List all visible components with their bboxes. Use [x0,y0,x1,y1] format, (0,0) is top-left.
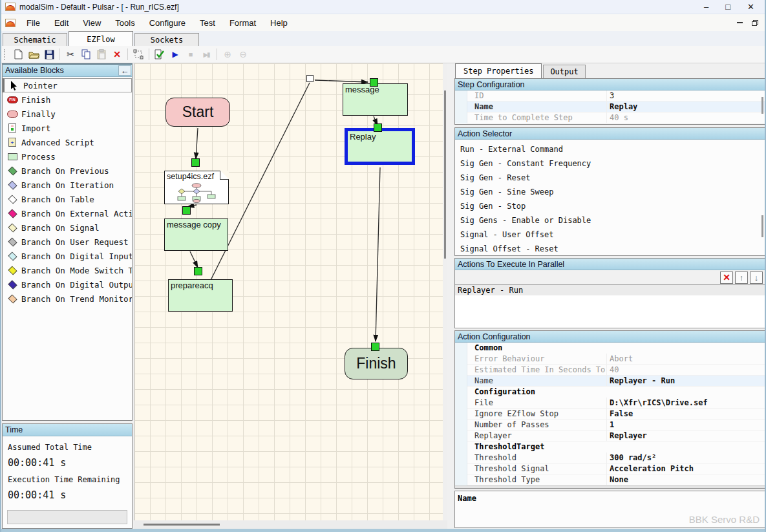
mdi-restore-icon[interactable] [752,20,758,26]
canvas-vertical-scrollbar-thumb[interactable] [444,90,446,259]
execution-progress-bar [7,510,127,524]
action-option-signal-offset-reset[interactable]: Signal Offset - Reset [455,242,765,256]
block-item-import[interactable]: Import [3,121,132,135]
toolbar-grip [4,49,6,60]
node-message-copy[interactable]: message copy [164,218,228,251]
block-item-branch-on-table[interactable]: Branch On Table [3,192,132,206]
open-file-icon[interactable] [26,48,41,61]
node-prepareacq[interactable]: prepareacq [168,279,233,312]
branch-external-action-diamond-icon [6,210,19,217]
name-box-label: Name [455,491,765,503]
new-file-icon[interactable] [10,48,26,61]
block-item-finish[interactable]: FIN Finish [3,92,132,107]
block-item-process[interactable]: Process [3,149,132,164]
category-threshold-target[interactable]: ∨ ThresholdTarget [455,442,765,452]
parallel-action-replayer-run[interactable]: Replayer - Run [455,285,765,295]
action-option-run-external-command[interactable]: Run - External Command [455,142,765,156]
paste-icon[interactable] [94,48,109,61]
node-start[interactable]: Start [165,98,230,127]
move-action-up-button[interactable]: ↑ [735,271,748,284]
branch-signal-diamond-icon [6,224,19,231]
menu-file[interactable]: File [19,16,47,30]
stop-icon[interactable]: ■ [183,48,198,61]
block-item-branch-on-mode-switch-trigger[interactable]: Branch On Mode Switch Trigger [3,263,132,277]
connector-prepareacq[interactable] [194,267,202,275]
menu-test[interactable]: Test [193,16,222,30]
canvas-horizontal-scrollbar-thumb[interactable] [144,524,220,526]
property-row-file: File D:\Xfr\rICS\Drive.sef [455,398,765,409]
node-replay-selected[interactable]: Replay [345,128,415,165]
connector-message[interactable] [370,78,378,87]
category-configuration[interactable]: ∨ Configuration [455,387,765,398]
block-item-advanced-script[interactable]: + Advanced Script [3,135,132,149]
action-option-siggen-sine-sweep[interactable]: Sig Gen - Sine Sweep [455,185,765,199]
step-config-scrollbar-thumb[interactable] [761,97,763,114]
connector-message-copy[interactable] [182,206,191,215]
block-item-branch-on-iteration[interactable]: Branch On Iteration [3,178,132,192]
parallel-actions-toolbar: ✕ ↑ ↓ [455,270,765,285]
node-finish[interactable]: Finish [345,348,408,379]
menu-tools[interactable]: Tools [108,16,142,30]
tab-ezflow[interactable]: EZFlow [69,31,133,46]
move-action-down-button[interactable]: ↓ [750,271,763,284]
tab-sockets[interactable]: Sockets [134,33,199,46]
panel-splitter[interactable] [447,63,454,529]
property-row-number-of-passes: Number of Passes 1 [455,420,765,431]
minimize-button[interactable]: – [704,1,708,14]
collapse-panel-button[interactable]: ← [118,65,131,76]
action-option-siggens-enable-disable[interactable]: Sig Gens - Enable or Disable [455,213,765,228]
action-configuration-footer [455,485,765,488]
step-icon[interactable]: ▶▮ [198,48,214,61]
action-option-siggen-reset[interactable]: Sig Gen - Reset [455,171,765,185]
properties-panel: Step Properties Output Step Configuratio… [454,63,766,529]
tab-output[interactable]: Output [543,65,585,78]
app-logo-icon [5,3,16,11]
delete-action-button[interactable]: ✕ [720,271,733,284]
cut-icon[interactable]: ✂ [63,48,78,61]
validate-flow-icon[interactable] [152,48,167,61]
block-item-branch-on-signal[interactable]: Branch On Signal [3,220,132,235]
node-message[interactable]: message [343,83,408,116]
available-blocks-panel: Available Blocks ← Pointer FIN Finish Fi… [2,63,133,421]
canvas-vertical-scrollbar[interactable] [443,63,447,520]
menu-edit[interactable]: Edit [47,16,76,30]
maximize-button[interactable]: □ [725,1,730,14]
connector-replay[interactable] [374,123,382,132]
menu-help[interactable]: Help [263,16,295,30]
menu-configure[interactable]: Configure [142,16,193,30]
close-button[interactable]: ✕ [747,1,754,14]
block-item-branch-on-user-request[interactable]: Branch On User Request [3,235,132,249]
action-selector-scrollbar-thumb[interactable] [761,215,763,237]
block-item-branch-on-trend-monitor[interactable]: Branch On Trend Monitor [3,292,132,306]
copy-icon[interactable] [78,48,94,61]
edge-junction-handle[interactable] [306,75,314,82]
save-file-icon[interactable] [41,48,57,61]
menu-view[interactable]: View [76,16,108,30]
block-item-branch-on-digital-output[interactable]: Branch On Digital Output [3,277,132,292]
run-icon[interactable]: ▶ [167,48,183,61]
block-item-finally[interactable]: Finally [3,107,132,121]
mdi-minimize-icon[interactable] [737,22,743,23]
zoom-out-icon[interactable]: ⊖ [235,48,251,61]
snap-grid-icon[interactable] [131,48,146,61]
delete-icon[interactable]: ✕ [109,48,125,61]
menu-format[interactable]: Format [222,16,263,30]
node-setup4ics[interactable]: setup4ics.ezf [164,171,229,204]
canvas-horizontal-scrollbar[interactable] [134,520,447,529]
block-item-pointer[interactable]: Pointer [3,78,132,92]
flow-canvas[interactable]: Start setup4ics.ezf message copy [134,63,447,520]
block-item-branch-on-digital-input[interactable]: Branch On Digital Input [3,249,132,263]
connector-finish[interactable] [371,343,379,351]
property-row-estimated-time: Estimated Time In Seconds To Compl 40 [455,365,765,376]
branch-mode-switch-diamond-icon [6,267,19,274]
tab-schematic[interactable]: Schematic [3,33,67,46]
zoom-in-icon[interactable]: ⊕ [220,48,235,61]
connector-setup4ics[interactable] [191,158,200,167]
action-option-signal-user-offset[interactable]: Signal - User Offset [455,228,765,242]
block-item-branch-on-external-action[interactable]: Branch On External Action [3,206,132,220]
category-common[interactable]: ∨ Common [455,343,765,354]
block-item-branch-on-previous[interactable]: Branch On Previous [3,164,132,178]
action-option-siggen-constant-frequency[interactable]: Sig Gen - Constant Frequency [455,156,765,171]
action-option-siggen-stop[interactable]: Sig Gen - Stop [455,199,765,213]
tab-step-properties[interactable]: Step Properties [455,63,542,78]
